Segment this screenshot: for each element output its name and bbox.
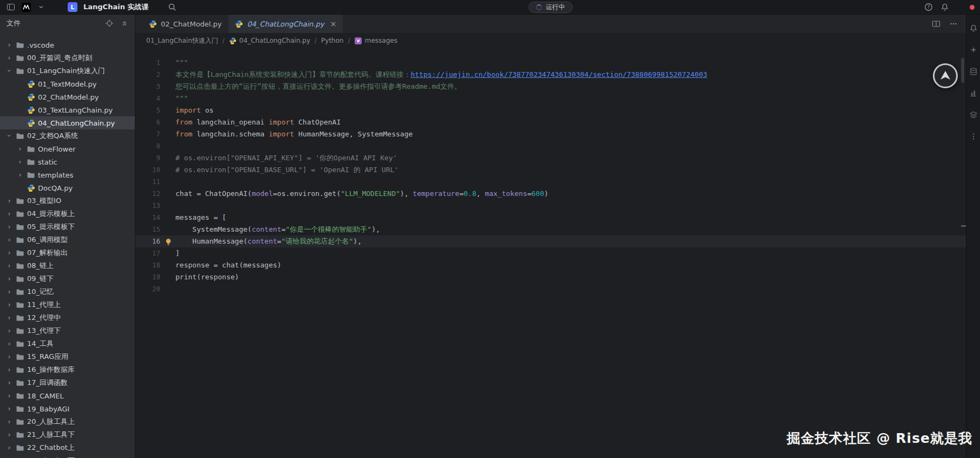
intention-bulb-icon[interactable] [165, 238, 172, 245]
code-line[interactable]: 13 [135, 200, 966, 212]
tree-item[interactable]: ›03_模型IO [0, 194, 135, 207]
code-line[interactable]: 18response = chat(messages) [135, 259, 966, 271]
tree-item[interactable]: ›10_记忆 [0, 285, 135, 298]
code-line[interactable]: 8 [135, 140, 966, 152]
breadcrumb-item[interactable]: Python [321, 37, 344, 44]
split-editor-icon[interactable] [931, 19, 941, 29]
chevron-right-icon[interactable]: › [5, 249, 13, 256]
chevron-down-icon[interactable] [36, 2, 47, 12]
code-line[interactable]: 4""" [135, 93, 966, 104]
code-line[interactable]: 12chat = ChatOpenAI(model=os.environ.get… [135, 188, 966, 200]
code-line[interactable]: 10# os.environ["OPENAI_BASE_URL"] = 'Ope… [135, 164, 966, 176]
tree-item[interactable]: ›20_人脉工具上 [0, 415, 135, 428]
chevron-right-icon[interactable]: › [5, 340, 13, 347]
tree-item[interactable]: ›19_BabyAGI [0, 402, 135, 415]
chevron-down-icon[interactable]: › [6, 67, 13, 74]
charts-icon[interactable] [969, 88, 978, 97]
code-line[interactable]: 1""" [135, 57, 966, 69]
chevron-right-icon[interactable]: › [5, 41, 13, 48]
chevron-right-icon[interactable]: › [5, 275, 13, 282]
breadcrumb-item[interactable]: 04_ChatLongChain.py [229, 37, 310, 44]
tree-item[interactable]: 01_TextModel.py [0, 77, 135, 90]
code-line[interactable]: 5import os [135, 104, 966, 116]
chevron-right-icon[interactable]: › [5, 314, 13, 321]
chevron-right-icon[interactable]: › [5, 366, 13, 373]
chevron-right-icon[interactable]: › [5, 301, 13, 308]
tree-item[interactable]: 02_ChatModel.py [0, 90, 135, 103]
code-line[interactable]: 3您可以点击最上方的“运行”按钮，直接运行该文件。更多操作指引请参考Readme… [135, 81, 966, 93]
help-icon[interactable]: ? [923, 2, 934, 12]
tree-item[interactable]: DocQA.py [0, 181, 135, 194]
tree-item[interactable]: ›.vscode [0, 38, 135, 51]
tree-item[interactable]: ›11_代理上 [0, 298, 135, 311]
tree-item[interactable]: ›22_Chatbot上 [0, 441, 135, 454]
code-line[interactable]: 20 [135, 283, 966, 295]
chevron-right-icon[interactable]: › [5, 210, 13, 217]
tree-item[interactable]: ›static [0, 155, 135, 168]
more-icon[interactable] [969, 132, 978, 141]
chevron-right-icon[interactable]: › [5, 236, 13, 243]
chevron-right-icon[interactable]: › [5, 431, 13, 438]
tab-02_ChatModel.py[interactable]: 02_ChatModel.py [142, 15, 228, 33]
breadcrumb-item[interactable]: 01_LangChain快速入门 [146, 36, 218, 45]
tree-item[interactable]: ›08_链上 [0, 259, 135, 272]
notifications-icon[interactable] [969, 23, 978, 32]
tree-item[interactable]: ›09_链下 [0, 272, 135, 285]
tab-04_ChatLongChain.py[interactable]: 04_ChatLongChain.py× [228, 15, 343, 33]
chevron-right-icon[interactable]: › [5, 288, 13, 295]
code-line[interactable]: 6from langchain_openai import ChatOpenAI [135, 116, 966, 128]
chevron-right-icon[interactable]: › [5, 262, 13, 269]
tree-item[interactable]: ›21_人脉工具下 [0, 428, 135, 441]
chevron-right-icon[interactable]: › [5, 54, 13, 61]
code-line[interactable]: 16 HumanMessage(content="请给我的花店起个名"), [135, 235, 966, 247]
tree-item[interactable]: ›16_操作数据库 [0, 363, 135, 376]
code-line[interactable]: 14messages = [ [135, 212, 966, 224]
tree-item[interactable]: ›templates [0, 168, 135, 181]
chevron-right-icon[interactable]: › [16, 171, 24, 178]
breadcrumb-item[interactable]: vmessages [355, 37, 397, 44]
chevron-right-icon[interactable]: › [5, 444, 13, 451]
tree-item[interactable]: ›18_CAMEL [0, 389, 135, 402]
notifications-icon[interactable] [939, 2, 950, 12]
tree-item[interactable]: ›12_代理中 [0, 311, 135, 324]
tree-item[interactable]: ›13_代理下 [0, 324, 135, 337]
chevron-right-icon[interactable]: › [16, 158, 24, 165]
tree-item[interactable]: ›06_调用模型 [0, 233, 135, 246]
project-badge-icon[interactable]: L [67, 2, 78, 12]
scrollbar[interactable] [961, 58, 964, 83]
chevron-right-icon[interactable]: › [5, 223, 13, 230]
editor[interactable]: 1"""2本文件是【LangChain系统安装和快速入门】章节的配套代码。课程链… [135, 48, 966, 458]
chevron-right-icon[interactable]: › [5, 379, 13, 386]
tree-item[interactable]: ›23_Chatbot下 [0, 454, 135, 458]
ai-assistant-icon[interactable] [969, 45, 978, 54]
run-status-widget[interactable]: 运行中 [528, 2, 573, 13]
chevron-right-icon[interactable]: › [5, 197, 13, 204]
tree-item[interactable]: ›07_解析输出 [0, 246, 135, 259]
chevron-right-icon[interactable]: › [5, 418, 13, 425]
tree-item[interactable]: ›17_回调函数 [0, 376, 135, 389]
tree-item[interactable]: 03_TextLangChain.py [0, 103, 135, 116]
layers-icon[interactable] [969, 110, 978, 119]
tree-item[interactable]: 04_ChatLongChain.py [0, 116, 135, 129]
select-opened-file-icon[interactable] [104, 18, 114, 28]
code-line[interactable]: 11 [135, 176, 966, 188]
database-icon[interactable] [969, 67, 978, 76]
tree-item[interactable]: ›00_开篇词_奇点时刻 [0, 51, 135, 64]
code-line[interactable]: 7from langchain.schema import HumanMessa… [135, 128, 966, 140]
chevron-right-icon[interactable]: › [16, 145, 24, 152]
chevron-right-icon[interactable]: › [5, 327, 13, 334]
tree-item[interactable]: ›14_工具 [0, 337, 135, 350]
chevron-down-icon[interactable]: › [6, 132, 13, 139]
tree-item[interactable]: ›05_提示模板下 [0, 220, 135, 233]
ide-logo-icon[interactable] [21, 2, 31, 12]
chevron-right-icon[interactable]: › [5, 353, 13, 360]
code-line[interactable]: 15 SystemMessage(content="你是一个很棒的智能助手"), [135, 224, 966, 235]
chevron-right-icon[interactable]: › [5, 392, 13, 399]
code-line[interactable]: 9# os.environ["OPENAI_API_KEY"] = '你的Ope… [135, 152, 966, 164]
project-name[interactable]: LangChain 实战课 [83, 2, 148, 12]
search-icon[interactable] [167, 2, 178, 12]
tree-item[interactable]: ›02_文档QA系统 [0, 129, 135, 142]
code-line[interactable]: 2本文件是【LangChain系统安装和快速入门】章节的配套代码。课程链接：ht… [135, 69, 966, 81]
code-line[interactable]: 17] [135, 247, 966, 259]
tree-item[interactable]: ›OneFlower [0, 142, 135, 155]
